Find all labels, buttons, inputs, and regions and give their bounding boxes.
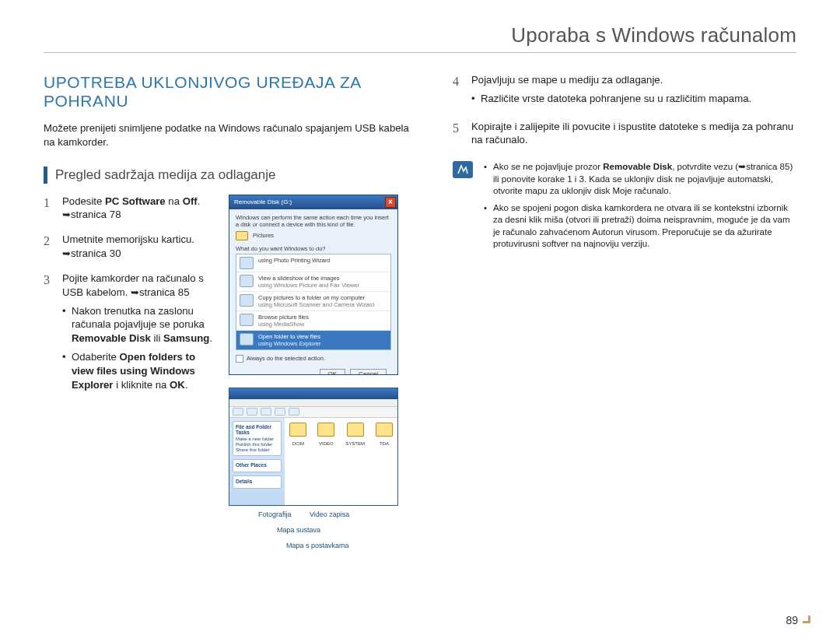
folder-label: VIDEO bbox=[319, 441, 334, 446]
action-icon bbox=[240, 314, 254, 326]
callout-settings: Mapa s postavkama bbox=[286, 542, 349, 549]
action-icon bbox=[240, 294, 254, 307]
action-icon bbox=[240, 275, 254, 287]
step-number: 4 bbox=[453, 73, 464, 109]
subheading-bar bbox=[44, 167, 47, 184]
folder-icon bbox=[317, 423, 334, 437]
folder-icon bbox=[289, 423, 306, 437]
explorer-sidebar: File and Folder TasksMake a new folderPu… bbox=[229, 418, 285, 505]
page-header-title: Uporaba s Windows računalom bbox=[44, 23, 796, 47]
dialog-titlebar: Removable Disk (G:) × bbox=[229, 195, 397, 209]
folder-callouts: Fotografija Video zapisa Mapa sustava Ma… bbox=[229, 509, 415, 559]
removable-disk-dialog: Removable Disk (G:) × Windows can perfor… bbox=[229, 195, 398, 375]
dialog-desc: Windows can perform the same action each… bbox=[236, 214, 391, 228]
step-number: 2 bbox=[44, 233, 54, 261]
back-icon[interactable] bbox=[233, 408, 243, 416]
sidebar-link[interactable]: Make a new folder bbox=[236, 437, 278, 442]
dialog-action-list[interactable]: using Photo Printing WizardView a slides… bbox=[236, 254, 391, 350]
explorer-menubar bbox=[229, 399, 397, 407]
pictures-folder-icon bbox=[236, 231, 248, 240]
step-sub-item: Različite vrste datoteka pohranjene su u… bbox=[471, 92, 796, 106]
step-sub-item: Nakon trenutka na zaslonu računala pojav… bbox=[62, 304, 215, 346]
note-box: Ako se ne pojavljuje prozor Removable Di… bbox=[453, 161, 796, 255]
step-sub-item: Odaberite Open folders to view files usi… bbox=[62, 350, 215, 391]
always-label: Always do the selected action. bbox=[247, 355, 325, 362]
sidebar-link[interactable]: Publish this folder bbox=[236, 442, 278, 447]
callout-video: Video zapisa bbox=[310, 510, 349, 518]
cancel-button[interactable]: Cancel bbox=[350, 369, 387, 375]
sidebar-panel: Details bbox=[233, 475, 282, 489]
step-body: Podesite PC Software na Off. ➥stranica 7… bbox=[62, 195, 215, 223]
dialog-prompt: What do you want Windows to do? bbox=[236, 245, 391, 252]
step-number: 3 bbox=[44, 272, 54, 397]
folder-icon bbox=[376, 423, 393, 437]
page-number: 89 bbox=[786, 614, 798, 626]
action-icon bbox=[240, 257, 254, 269]
callout-photo: Fotografija bbox=[258, 510, 292, 518]
note-list: Ako se ne pojavljuje prozor Removable Di… bbox=[484, 161, 796, 255]
note-item: Ako se spojeni pogon diska kamkordera ne… bbox=[484, 202, 796, 251]
forward-icon[interactable] bbox=[247, 408, 257, 416]
explorer-folder[interactable]: DCIM bbox=[289, 423, 306, 500]
up-icon[interactable] bbox=[261, 408, 271, 416]
explorer-toolbar bbox=[229, 407, 397, 418]
section-heading: UPOTREBA UKLONJIVOG UREĐAJA ZA POHRANU bbox=[44, 73, 415, 111]
callout-system: Mapa sustava bbox=[277, 526, 320, 534]
dialog-action-item[interactable]: using Photo Printing Wizard bbox=[236, 254, 390, 272]
right-steps-list: 4Pojavljuju se mape u mediju za odlaganj… bbox=[453, 73, 796, 147]
sidebar-panel: Other Places bbox=[233, 459, 282, 472]
ok-button[interactable]: OK bbox=[320, 369, 346, 375]
search-icon[interactable] bbox=[275, 408, 285, 416]
page-edge-marker bbox=[803, 616, 810, 623]
dialog-action-item[interactable]: View a slideshow of the imagesusing Wind… bbox=[236, 272, 390, 292]
explorer-folder[interactable]: SYSTEM bbox=[345, 423, 365, 500]
dialog-action-item[interactable]: Browse picture filesusing MediaShow bbox=[236, 311, 390, 331]
step-number: 1 bbox=[44, 195, 54, 223]
folder-icon bbox=[347, 423, 364, 437]
sidebar-panel: File and Folder TasksMake a new folderPu… bbox=[233, 421, 282, 457]
step-body: Kopirajte i zalijepite ili povucite i is… bbox=[471, 120, 796, 148]
folder-label: DCIM bbox=[292, 441, 304, 446]
explorer-folder[interactable]: VIDEO bbox=[317, 423, 334, 500]
pictures-label: Pictures bbox=[253, 232, 274, 239]
always-checkbox[interactable] bbox=[236, 355, 243, 363]
dialog-title: Removable Disk (G:) bbox=[234, 198, 292, 205]
step-number: 5 bbox=[453, 120, 464, 148]
close-icon[interactable]: × bbox=[385, 197, 396, 208]
action-icon bbox=[240, 333, 254, 346]
dialog-action-item[interactable]: Open folder to view filesusing Windows E… bbox=[236, 331, 390, 349]
explorer-titlebar bbox=[229, 388, 397, 399]
note-icon bbox=[453, 161, 473, 178]
sidebar-link[interactable]: Share this folder bbox=[236, 447, 278, 453]
folder-label: TDA bbox=[380, 441, 389, 446]
section-intro: Možete prenijeti snimljene podatke na Wi… bbox=[44, 121, 415, 149]
explorer-folder-pane[interactable]: DCIMVIDEOSYSTEMTDA bbox=[285, 418, 397, 505]
step-body: Pojite kamkorder na računalo s USB kabel… bbox=[62, 272, 215, 397]
note-item: Ako se ne pojavljuje prozor Removable Di… bbox=[484, 161, 796, 198]
step-body: Pojavljuju se mape u mediju za odlaganje… bbox=[471, 73, 796, 109]
step-body: Umetnite memorijsku karticu. ➥stranica 3… bbox=[62, 233, 215, 261]
explorer-folder[interactable]: TDA bbox=[376, 423, 393, 500]
subheading: Pregled sadržaja medija za odlaganje bbox=[55, 167, 276, 183]
dialog-action-item[interactable]: Copy pictures to a folder on my computer… bbox=[236, 292, 390, 311]
folder-label: SYSTEM bbox=[345, 441, 365, 446]
folders-icon[interactable] bbox=[289, 408, 299, 416]
left-steps-list: 1Podesite PC Software na Off. ➥stranica … bbox=[44, 195, 215, 559]
explorer-window: File and Folder TasksMake a new folderPu… bbox=[229, 388, 398, 506]
